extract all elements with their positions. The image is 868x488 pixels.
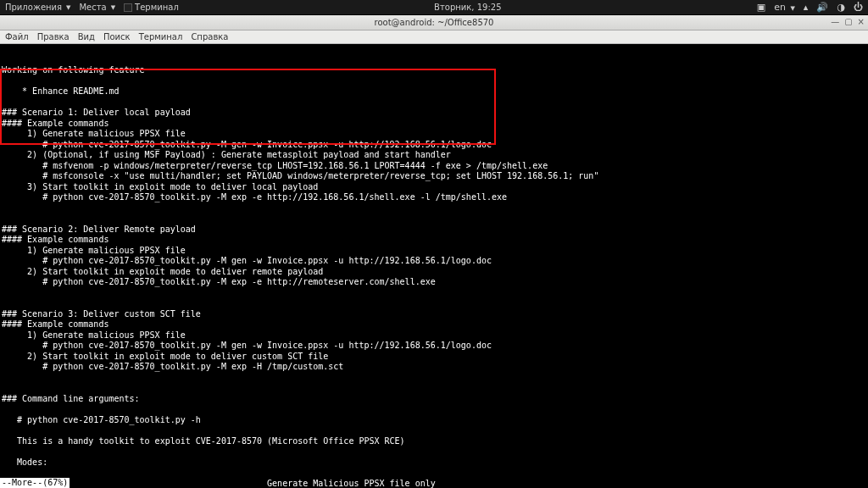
panel-applications-label: Приложения — [5, 3, 62, 12]
keyboard-layout-indicator[interactable]: en ▼ — [774, 2, 795, 13]
terminal-icon — [124, 3, 132, 12]
panel-places-label: Места — [79, 3, 106, 12]
keyboard-layout-label: en — [774, 2, 786, 13]
panel-clock[interactable]: Вторник, 19:25 — [434, 3, 501, 12]
terminal-menubar: Файл Правка Вид Поиск Терминал Справка — [0, 30, 868, 44]
panel-app-label: Терминал — [135, 3, 179, 12]
battery-icon[interactable]: ◑ — [837, 2, 845, 13]
terminal-output: Working on following feature * Enhance R… — [2, 65, 868, 488]
camera-icon[interactable]: ▣ — [757, 2, 765, 13]
network-icon[interactable]: ▴ — [804, 2, 809, 13]
panel-places-menu[interactable]: Места▼ — [79, 3, 115, 12]
window-titlebar[interactable]: root@android: ~/Office8570 — ▢ × — [0, 15, 868, 30]
window-maximize-button[interactable]: ▢ — [844, 17, 852, 26]
gnome-top-panel: Приложения▼ Места▼ Терминал Вторник, 19:… — [0, 0, 868, 15]
chevron-down-icon: ▼ — [790, 5, 794, 12]
panel-applications-menu[interactable]: Приложения▼ — [5, 3, 70, 12]
pager-more-indicator[interactable]: --More--(67%) — [0, 478, 70, 488]
menu-file[interactable]: Файл — [5, 32, 29, 42]
menu-help[interactable]: Справка — [191, 32, 228, 42]
terminal-viewport[interactable]: Working on following feature * Enhance R… — [0, 44, 868, 488]
menu-edit[interactable]: Правка — [37, 32, 70, 42]
power-icon[interactable]: ⏻ — [854, 2, 863, 13]
menu-terminal[interactable]: Терминал — [139, 32, 183, 42]
window-close-button[interactable]: × — [858, 17, 865, 26]
chevron-down-icon: ▼ — [111, 4, 115, 11]
window-title: root@android: ~/Office8570 — [375, 18, 494, 27]
chevron-down-icon: ▼ — [66, 4, 70, 11]
menu-view[interactable]: Вид — [78, 32, 95, 42]
window-minimize-button[interactable]: — — [831, 17, 839, 26]
menu-search[interactable]: Поиск — [103, 32, 131, 42]
panel-app-button-terminal[interactable]: Терминал — [124, 3, 179, 12]
volume-icon[interactable]: 🔊 — [816, 2, 828, 13]
